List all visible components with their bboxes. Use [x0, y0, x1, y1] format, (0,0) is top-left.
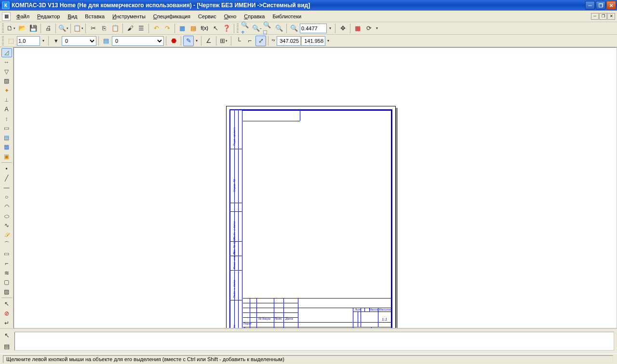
preview-button[interactable]: 🔍▾ [58, 23, 68, 34]
aux-line-tool[interactable]: ╱ [1, 174, 12, 183]
new-button[interactable]: 🗋▾ [6, 23, 16, 34]
menu-edit[interactable]: Редактор [33, 13, 64, 20]
select-palette-icon[interactable]: ▭ [1, 124, 12, 133]
toolbar-grip[interactable] [2, 24, 4, 33]
zoom-prev-button[interactable]: 🔍 [274, 23, 284, 34]
arrow-tool[interactable]: ↖ [1, 299, 12, 309]
view-more[interactable]: ▾ [375, 23, 379, 34]
ellipse-tool[interactable]: ⬭ [1, 211, 12, 221]
cmd-arrow-tool[interactable]: ↖ [1, 330, 12, 340]
menu-libraries[interactable]: Библиотеки [269, 13, 306, 20]
polyline-tool[interactable]: ⌐ [1, 259, 12, 268]
point-tool[interactable]: • [1, 164, 12, 173]
views-palette-icon[interactable]: ▣ [1, 152, 12, 161]
mdi-close[interactable]: ✕ [607, 13, 615, 20]
menu-help[interactable]: Справка [240, 13, 268, 20]
spec-palette-icon[interactable]: ▤ [1, 133, 12, 142]
text-palette-icon[interactable]: A [1, 105, 12, 114]
symbols-palette-icon[interactable]: ▽ [1, 67, 12, 76]
rect-tool[interactable]: ▢ [1, 278, 12, 287]
close-button[interactable]: ✕ [606, 1, 616, 10]
menu-window[interactable]: Окно [220, 13, 241, 20]
variables-button[interactable]: f(x) [199, 23, 210, 34]
stop-button[interactable]: ⬣ [168, 36, 179, 46]
paste-button[interactable]: 📋 [110, 23, 121, 34]
state-more[interactable]: ▾ [326, 36, 331, 46]
command-input[interactable] [14, 332, 614, 351]
minimize-button[interactable]: ─ [585, 1, 595, 10]
cmd-panel-toggle[interactable]: ▤ [1, 341, 12, 351]
zoom-out-button[interactable]: 🔍- [252, 23, 262, 34]
round-button[interactable]: ⌐ [244, 36, 255, 46]
cut-button[interactable]: ✂ [88, 23, 98, 34]
drawing-canvas[interactable]: № докум. Подп. Дата Разраб Провер Тконтр… [13, 47, 617, 328]
library-button[interactable]: ▤ [188, 23, 199, 34]
zoom-dropdown[interactable]: ▾ [327, 23, 333, 34]
toolbar-grip-2[interactable] [2, 36, 4, 46]
fillet-tool[interactable]: ⌒ [1, 240, 12, 249]
step-input[interactable] [17, 36, 40, 46]
edit-mode-drop[interactable]: ▾ [194, 36, 199, 46]
coord-x-input[interactable] [277, 36, 301, 46]
angle-snap-button[interactable]: ∠ [203, 36, 214, 46]
control-menu-icon[interactable]: ▦ [2, 12, 11, 21]
redo-button[interactable]: ↷ [162, 23, 173, 34]
zoom-window-button[interactable]: 🔍□ [263, 23, 273, 34]
step-dropdown[interactable]: ▾ [40, 36, 46, 46]
cursor-button[interactable]: ↖ [210, 23, 221, 34]
bezier-tool[interactable]: 𝒮 [1, 231, 12, 240]
menu-spec[interactable]: Спецификация [149, 13, 194, 20]
params-palette-icon[interactable]: ⟂ [1, 95, 12, 104]
measure-palette-icon[interactable]: ↕ [1, 114, 12, 123]
hatch-palette-icon[interactable]: ▨ [1, 77, 12, 86]
toolbar-grip-view[interactable] [237, 24, 239, 33]
rebuild-button[interactable]: ▦ [352, 23, 363, 34]
refresh-button[interactable]: ⟳ [363, 23, 374, 34]
menu-file[interactable]: Файл [13, 13, 33, 20]
state-button[interactable]: ▾ [51, 36, 61, 46]
print-button[interactable]: 🖨 [43, 23, 54, 34]
menu-insert[interactable]: Вставка [81, 13, 108, 20]
apply-tool[interactable]: ↵ [1, 318, 12, 327]
properties-panel-button[interactable]: ☰ [136, 23, 147, 34]
segment-tool[interactable]: — [1, 183, 12, 192]
zoom-in-button[interactable]: 🔍+ [241, 23, 251, 34]
dimensions-palette-icon[interactable]: ↔ [1, 58, 12, 67]
properties-button[interactable]: 📋▾ [73, 23, 83, 34]
mdi-minimize[interactable]: ─ [591, 13, 599, 20]
geometry-palette-icon[interactable]: ◿ [1, 48, 12, 57]
hatch-tool[interactable]: ▨ [1, 287, 12, 297]
edit-palette-icon[interactable]: ✦ [1, 86, 12, 95]
format-painter-button[interactable]: 🖌 [125, 23, 135, 34]
copy-button[interactable]: ⎘ [99, 23, 109, 34]
snap-button[interactable]: ⬚ [6, 36, 16, 46]
layer-select[interactable]: 0 [112, 36, 164, 46]
cancel-tool[interactable]: ⊘ [1, 309, 12, 318]
menu-tools[interactable]: Инструменты [108, 13, 149, 20]
save-button[interactable]: 💾 [28, 23, 39, 34]
state-select[interactable]: 0 [62, 36, 96, 46]
rectangle-tool[interactable]: ▭ [1, 249, 12, 259]
arc-tool[interactable]: ◠ [1, 202, 12, 211]
mdi-restore[interactable]: ❐ [599, 13, 607, 20]
zoom-value-input[interactable] [300, 24, 327, 33]
coord-y-input[interactable] [301, 36, 325, 46]
spline-tool[interactable]: ∿ [1, 221, 12, 230]
pan-button[interactable]: ✥ [337, 23, 348, 34]
zoom-scale-button[interactable]: 🔍 [289, 23, 299, 34]
equidistant-tool[interactable]: ≋ [1, 268, 12, 277]
maximize-button[interactable]: ❐ [596, 1, 605, 10]
ortho-button[interactable]: └ [233, 36, 244, 46]
layer-button[interactable]: ▤ [101, 36, 111, 46]
reports-palette-icon[interactable]: ▦ [1, 143, 12, 152]
menu-view[interactable]: Вид [64, 13, 81, 20]
library-manager-button[interactable]: ▦ [177, 23, 188, 34]
local-cs-button[interactable]: ⤢ [255, 36, 266, 46]
help-context-button[interactable]: ❓ [221, 23, 232, 34]
edit-mode-button[interactable]: ✎ [183, 36, 194, 46]
undo-button[interactable]: ↶ [151, 23, 161, 34]
menu-service[interactable]: Сервис [194, 13, 220, 20]
circle-tool[interactable]: ○ [1, 193, 12, 202]
grid-button[interactable]: ⊞▾ [218, 36, 229, 46]
open-button[interactable]: 📂 [17, 23, 27, 34]
